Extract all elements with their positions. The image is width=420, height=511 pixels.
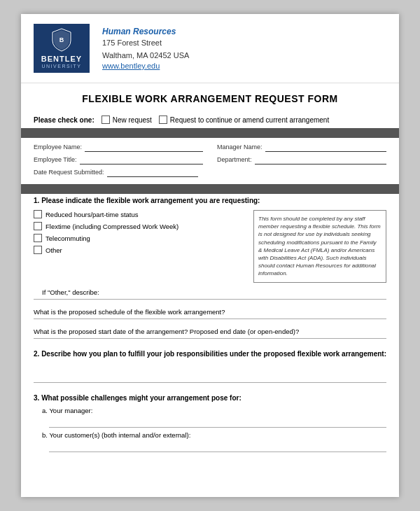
new-request-label: New request — [113, 116, 152, 124]
address-line2: Waltham, MA 02452 USA — [102, 50, 189, 62]
header-info: Human Resources 175 Forest Street Waltha… — [102, 27, 189, 70]
manager-name-field: Manager Name: — [217, 142, 386, 152]
option-other: Other — [34, 246, 246, 254]
section3-item-b: b. Your customer(s) (both internal and/o… — [21, 429, 399, 441]
item-b-answer[interactable] — [49, 442, 386, 452]
employee-title-input[interactable] — [80, 155, 203, 164]
item-b-label: Your customer(s) (both internal and/or e… — [49, 431, 190, 439]
flextime-label: Flextime (including Compressed Work Week… — [46, 223, 178, 230]
department-input[interactable] — [255, 155, 386, 164]
section1-title: Please indicate the flexible work arrang… — [41, 197, 260, 204]
other-describe-label: If "Other," describe: — [21, 286, 399, 298]
option-flextime: Flextime (including Compressed Work Week… — [34, 222, 246, 230]
employee-name-label: Employee Name: — [34, 144, 82, 150]
department-field: Department: — [217, 155, 386, 164]
section3-number: 3. — [34, 394, 39, 402]
section2-header: 2. Describe how you plan to fulfill your… — [21, 346, 399, 360]
section3-header: 3. What possible challenges might your a… — [21, 390, 399, 405]
form-page: B BENTLEY UNIVERSITY Human Resources 175… — [21, 14, 399, 497]
reduced-hours-label: Reduced hours/part-time status — [46, 211, 139, 218]
svg-text:B: B — [59, 36, 64, 43]
bentley-shield-icon: B — [51, 28, 72, 52]
department-label: Department: — [217, 156, 252, 163]
employee-name-field: Employee Name: — [34, 142, 203, 152]
new-request-option[interactable]: New request — [102, 115, 152, 124]
item-a-letter: a. — [42, 407, 48, 414]
reduced-hours-checkbox[interactable] — [34, 210, 42, 218]
continue-label: Request to continue or amend current arr… — [170, 116, 329, 124]
field-row-2: Employee Title: Department: — [34, 155, 386, 164]
section3-item-a: a. Your manager: — [21, 405, 399, 416]
arrangement-options: Reduced hours/part-time status Flextime … — [34, 210, 246, 283]
department-name: Human Resources — [102, 27, 189, 36]
logo-name: BENTLEY — [41, 55, 82, 63]
other-label: Other — [46, 246, 62, 254]
section1-header: 1. Please indicate the flexible work arr… — [21, 194, 399, 207]
section2-number: 2. — [34, 350, 39, 358]
employee-name-input[interactable] — [85, 142, 203, 152]
manager-name-input[interactable] — [265, 142, 386, 152]
form-title: FLEXIBLE WORK ARRANGEMENT REQUEST FORM — [21, 83, 399, 111]
section1-number: 1. — [34, 197, 39, 204]
item-a-answer[interactable] — [49, 418, 386, 428]
telecommuting-checkbox[interactable] — [34, 234, 42, 242]
date-submitted-field: Date Request Submitted: — [34, 167, 386, 177]
check-one-label: Please check one: — [34, 116, 94, 124]
notice-box: This form should be completed by any sta… — [253, 210, 386, 283]
flextime-checkbox[interactable] — [34, 222, 42, 230]
website-link[interactable]: www.bentley.edu — [102, 62, 189, 70]
option-reduced-hours: Reduced hours/part-time status — [34, 210, 246, 218]
section-bar-2 — [21, 184, 399, 194]
other-checkbox[interactable] — [34, 246, 42, 254]
section2-answer-area[interactable] — [34, 362, 386, 383]
logo-box: B BENTLEY UNIVERSITY — [34, 24, 90, 73]
date-submitted-input[interactable] — [107, 167, 198, 177]
continue-option[interactable]: Request to continue or amend current arr… — [159, 115, 329, 124]
item-a-label: Your manager: — [49, 407, 92, 414]
option-telecommuting: Telecommuting — [34, 234, 246, 242]
section1-content: Reduced hours/part-time status Flextime … — [21, 207, 399, 286]
question2: What is the proposed start date of the a… — [21, 322, 399, 337]
item-b-letter: b. — [42, 431, 48, 439]
question1: What is the proposed schedule of the fle… — [21, 302, 399, 317]
field-row-3: Date Request Submitted: — [34, 167, 386, 177]
field-row-1: Employee Name: Manager Name: — [34, 142, 386, 152]
employee-title-field: Employee Title: — [34, 155, 203, 164]
fields-section: Employee Name: Manager Name: Employee Ti… — [21, 138, 399, 184]
manager-name-label: Manager Name: — [217, 144, 262, 150]
employee-title-label: Employee Title: — [34, 156, 77, 163]
telecommuting-label: Telecommuting — [46, 234, 90, 242]
header: B BENTLEY UNIVERSITY Human Resources 175… — [21, 14, 399, 83]
check-one-row: Please check one: New request Request to… — [21, 111, 399, 128]
address-line1: 175 Forest Street — [102, 37, 189, 49]
section-bar-1 — [21, 128, 399, 138]
date-submitted-label: Date Request Submitted: — [34, 169, 104, 176]
new-request-checkbox[interactable] — [102, 115, 110, 124]
section3-title: What possible challenges might your arra… — [41, 394, 241, 402]
section2-title: Describe how you plan to fulfill your jo… — [41, 350, 386, 358]
logo-subtitle: UNIVERSITY — [41, 64, 81, 69]
continue-checkbox[interactable] — [159, 115, 167, 124]
